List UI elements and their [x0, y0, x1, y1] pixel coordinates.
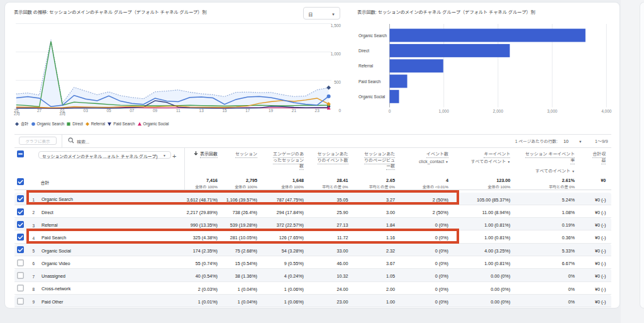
svg-text:Referral: Referral [358, 62, 374, 69]
svg-text:Organic Social: Organic Social [358, 93, 386, 99]
svg-text:Organic Search: Organic Search [358, 32, 387, 38]
svg-text:1,000: 1,000 [439, 108, 450, 114]
svg-text:2,000: 2,000 [493, 108, 504, 114]
svg-text:0: 0 [389, 108, 391, 114]
svg-text:3,000: 3,000 [547, 108, 558, 114]
svg-text:Direct: Direct [358, 47, 369, 54]
svg-text:Paid Search: Paid Search [358, 78, 381, 84]
svg-text:4,000: 4,000 [601, 108, 612, 114]
